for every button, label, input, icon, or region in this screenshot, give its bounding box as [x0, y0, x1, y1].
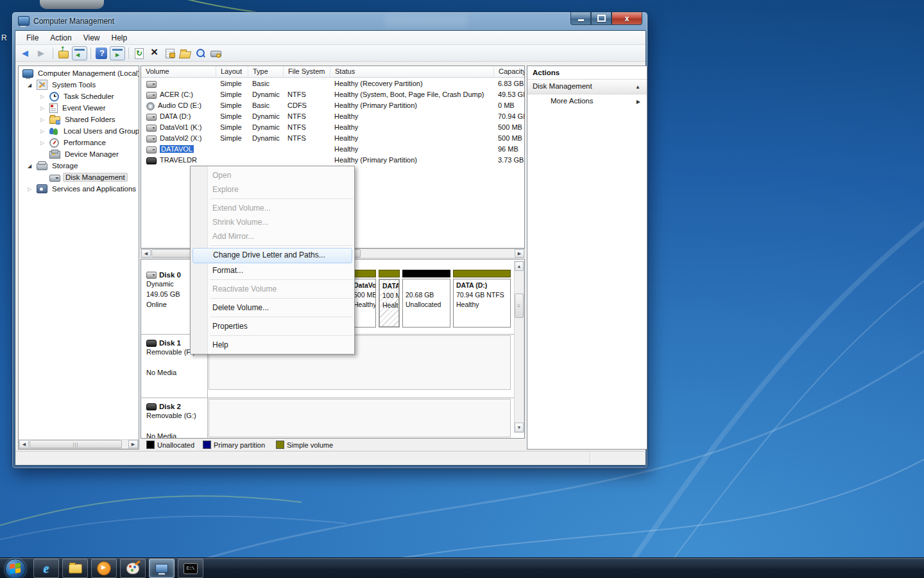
tree-expander-icon[interactable]: ◢ — [26, 82, 33, 88]
disk-config-icon[interactable] — [209, 47, 223, 60]
taskbar-explorer-button[interactable] — [62, 559, 88, 578]
tree-expander-icon[interactable]: ▷ — [39, 140, 46, 146]
volume-row-datavol1-k[interactable]: DataVol1 (K:)SimpleDynamicNTFSHealthy500… — [141, 123, 524, 134]
volume-row-acer-c[interactable]: ACER (C:)SimpleDynamicNTFSHealthy (Syste… — [141, 90, 524, 101]
volume-fs-cell: NTFS — [287, 91, 330, 100]
tree-expander-icon[interactable]: ◢ — [26, 163, 33, 169]
tree-item-task-scheduler[interactable]: ▷Task Scheduler — [20, 91, 139, 102]
taskbar-media-button[interactable] — [91, 559, 117, 578]
minimize-button[interactable] — [570, 12, 591, 25]
refresh-icon[interactable] — [132, 47, 146, 60]
tree-item-local-users-and-groups[interactable]: ▷Local Users and Groups — [20, 125, 139, 137]
scroll-left-button[interactable]: ◀ — [141, 249, 151, 258]
close-button[interactable]: x — [612, 12, 642, 25]
partition-datavol[interactable]: DATAVOL100 MBHealthy — [379, 270, 400, 329]
scroll-right-button[interactable]: ▶ — [128, 440, 138, 448]
context-menu-item-delete-volume[interactable]: Delete Volume... — [193, 301, 352, 315]
column-header-status[interactable]: Status — [330, 66, 494, 78]
context-menu-item-properties[interactable]: Properties — [193, 319, 352, 333]
find-icon[interactable] — [194, 47, 208, 60]
menu-view[interactable]: View — [78, 31, 106, 44]
column-header-file-system[interactable]: File System — [284, 66, 330, 78]
legend-label: Unallocated — [157, 441, 194, 449]
column-header-volume[interactable]: Volume — [141, 66, 216, 78]
more-actions-item[interactable]: More Actions ▶ — [527, 94, 647, 109]
volume-row-datavol2-x[interactable]: DataVol2 (X:)SimpleDynamicNTFSHealthy500… — [141, 134, 524, 144]
volume-fs-cell — [287, 156, 330, 166]
tree-item-disk-management[interactable]: Disk Management — [20, 171, 139, 183]
tree-item-storage[interactable]: ◢Storage — [20, 160, 139, 171]
scrollbar-thumb[interactable]: ≡ — [515, 293, 524, 318]
context-menu-item-help[interactable]: Help — [193, 338, 352, 352]
tree-expander-icon[interactable]: ▷ — [39, 128, 46, 134]
scrollbar-thumb[interactable]: ||| — [30, 440, 122, 448]
context-menu-item-change-drive-letter-and-paths[interactable]: Change Drive Letter and Paths... — [193, 248, 352, 263]
context-menu-item-format[interactable]: Format... — [193, 263, 352, 277]
collapse-arrow-icon[interactable]: ▲ — [635, 84, 640, 90]
actions-group-disk-management[interactable]: Disk Management ▲ — [527, 80, 647, 94]
column-header-capacity[interactable]: Capacity — [494, 66, 525, 78]
taskbar-cmd-button[interactable]: C:\ — [178, 559, 203, 578]
taskbar-mmc-button[interactable] — [149, 559, 175, 578]
tree-horizontal-scrollbar[interactable]: ◀ ||| ▶ — [19, 439, 139, 449]
delete-icon[interactable] — [148, 47, 162, 60]
scroll-left-button[interactable]: ◀ — [19, 440, 29, 448]
tree-item-system-tools[interactable]: ◢System Tools — [20, 79, 139, 91]
taskbar-ie-button[interactable]: e — [33, 559, 59, 578]
scroll-up-button[interactable]: ▲ — [515, 261, 524, 271]
context-menu-item-open[interactable]: Open — [193, 168, 352, 182]
context-menu-item-shrink-volume[interactable]: Shrink Volume... — [193, 215, 352, 229]
forward-icon[interactable] — [35, 47, 49, 60]
action-pane-icon[interactable] — [110, 46, 125, 60]
tree-expander-icon[interactable]: ▷ — [39, 105, 46, 111]
back-icon[interactable] — [20, 47, 34, 60]
partition-unallocated[interactable]: 20.68 GBUnallocated — [402, 270, 450, 329]
column-header-layout[interactable]: Layout — [216, 66, 248, 78]
tree-item-services-and-applications[interactable]: ▷Services and Applications — [20, 183, 139, 195]
users-icon — [49, 127, 59, 136]
volume-row-recovery[interactable]: SimpleBasicHealthy (Recovery Partition)6… — [141, 79, 524, 90]
context-menu-item-extend-volume[interactable]: Extend Volume... — [193, 201, 352, 215]
volume-capacity-cell: 6.83 GB — [498, 80, 525, 89]
console-tree-icon[interactable] — [72, 46, 87, 60]
volume-row-data-d[interactable]: DATA (D:)SimpleDynamicNTFSHealthy70.94 G… — [141, 112, 524, 123]
tree-expander-icon[interactable]: ▷ — [39, 117, 46, 123]
export-list-icon[interactable] — [56, 47, 71, 60]
scroll-down-button[interactable]: ▼ — [515, 423, 524, 432]
menu-help[interactable]: Help — [106, 31, 133, 44]
partition-data-d[interactable]: DATA (D:)70.94 GB NTFSHealthy — [453, 270, 511, 329]
disk-info-disk-2[interactable]: Disk 2Removable (G:)No Media — [141, 398, 208, 439]
tree-item-computer-management-local[interactable]: Computer Management (Local) — [20, 67, 139, 79]
volume-row-datavol[interactable]: DATAVOLHealthy96 MB — [141, 144, 524, 155]
volume-row-traveldr[interactable]: TRAVELDRHealthy (Primary Partition)3.73 … — [141, 155, 524, 166]
context-menu-item-explore[interactable]: Explore — [193, 182, 352, 197]
tree-item-label: System Tools — [50, 80, 98, 89]
disk-name-label: Disk 2 — [159, 403, 181, 410]
actions-group-label: Disk Management — [533, 82, 592, 90]
help-icon[interactable] — [96, 48, 107, 59]
menu-action[interactable]: Action — [44, 31, 77, 44]
scroll-right-button[interactable]: ▶ — [515, 249, 524, 258]
maximize-button[interactable] — [591, 12, 612, 25]
tree-item-event-viewer[interactable]: ▷Event Viewer — [20, 102, 139, 114]
tree-expander-icon[interactable]: ▷ — [26, 186, 33, 192]
start-button[interactable] — [5, 559, 26, 578]
column-header-type[interactable]: Type — [248, 66, 284, 78]
disk-name-label: Disk 1 — [159, 339, 181, 347]
taskbar-paint-button[interactable] — [120, 559, 146, 578]
properties-icon[interactable] — [163, 47, 177, 60]
open-icon[interactable] — [178, 47, 193, 60]
context-menu-item-add-mirror[interactable]: Add Mirror... — [193, 229, 352, 243]
context-menu-item-reactivate-volume[interactable]: Reactivate Volume — [193, 282, 352, 296]
tree-item-device-manager[interactable]: Device Manager — [20, 148, 139, 160]
tree-expander-icon[interactable]: ▷ — [39, 94, 46, 100]
menu-file[interactable]: File — [21, 31, 44, 44]
taskbar-buttons: eC:\ — [33, 559, 203, 578]
tree-item-performance[interactable]: ▷Performance — [20, 137, 139, 148]
graphic-vertical-scrollbar[interactable]: ▲≡▼ — [514, 261, 524, 433]
volume-row-audio-cd-e[interactable]: Audio CD (E:)SimpleBasicCDFSHealthy (Pri… — [141, 101, 524, 112]
disk-info-line: No Media — [146, 369, 205, 379]
context-menu-item-label: Reactivate Volume — [212, 285, 277, 293]
title-bar[interactable]: Computer Management x — [12, 12, 647, 30]
tree-item-shared-folders[interactable]: ▷Shared Folders — [20, 114, 139, 125]
